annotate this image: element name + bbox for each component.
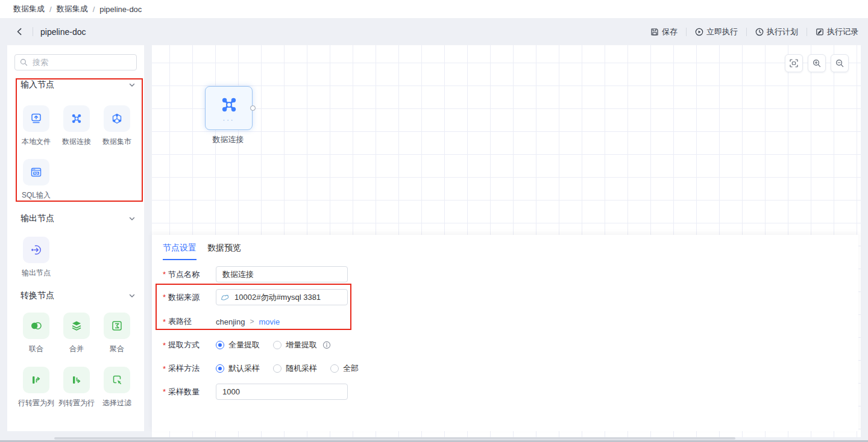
breadcrumb-separator: / xyxy=(49,5,52,14)
svg-text:SQL: SQL xyxy=(34,172,39,175)
radio-incremental-extract[interactable]: 增量提取 xyxy=(273,340,331,350)
canvas-node-data-connection[interactable]: ··· xyxy=(205,86,253,130)
palette-item-data-mart[interactable]: 数据集市 xyxy=(104,105,130,147)
radio-unselected-icon xyxy=(273,364,281,373)
palette-item-label: 合并 xyxy=(69,344,84,354)
zoom-in-icon xyxy=(813,59,821,67)
column-to-row-icon xyxy=(63,367,90,393)
header-separator xyxy=(686,28,687,36)
back-button[interactable] xyxy=(13,26,25,38)
palette-item-label: 联合 xyxy=(29,344,43,354)
node-name-input[interactable] xyxy=(216,266,348,282)
palette-item-sql-input[interactable]: SQL SQL输入 xyxy=(23,159,49,201)
save-icon xyxy=(650,28,659,36)
transform-nodes-row-2: 行转置为列 列转置为行 选择过滤 xyxy=(23,367,130,408)
radio-default-sampling[interactable]: 默认采样 xyxy=(216,363,260,374)
radio-random-sampling[interactable]: 随机采样 xyxy=(273,363,317,374)
row-to-column-icon xyxy=(23,367,49,393)
breadcrumb-item[interactable]: 数据集成 xyxy=(57,4,88,14)
required-mark: * xyxy=(163,341,166,350)
node-more-button[interactable]: ··· xyxy=(223,117,235,122)
node-palette-sidebar: 输入节点 本地文件 数据连接 数据集市 SQL xyxy=(7,45,144,431)
horizontal-scrollbar[interactable] xyxy=(54,437,735,440)
info-icon[interactable] xyxy=(322,341,331,349)
breadcrumb-separator: / xyxy=(93,5,95,14)
canvas-node-label: 数据连接 xyxy=(205,134,251,145)
palette-item-output-node[interactable]: 输出节点 xyxy=(23,237,49,278)
transform-nodes-row-1: 联合 合并 聚合 xyxy=(23,313,130,354)
execution-log-label: 执行记录 xyxy=(827,26,858,37)
required-mark: * xyxy=(163,293,166,302)
field-label: *表路径 xyxy=(163,316,216,327)
palette-item-label: 选择过滤 xyxy=(102,398,131,408)
data-connection-icon xyxy=(63,105,90,132)
required-mark: * xyxy=(163,387,166,396)
search-icon xyxy=(20,58,28,66)
field-label: *数据来源 xyxy=(163,292,216,303)
required-mark: * xyxy=(163,364,166,373)
palette-item-merge[interactable]: 合并 xyxy=(63,313,90,354)
page-header: pipeline-doc 保存 立即执行 执行计划 执行记录 xyxy=(0,18,868,45)
section-header-input-nodes[interactable]: 输入节点 xyxy=(20,79,136,90)
form-row-node-name: *节点名称 xyxy=(163,266,348,282)
fit-view-button[interactable] xyxy=(785,54,803,72)
radio-unselected-icon xyxy=(273,341,281,349)
table-path-value: chenjing > movie xyxy=(216,317,280,326)
palette-item-label: 行转置为列 xyxy=(18,398,54,408)
search-input[interactable] xyxy=(31,57,131,67)
radio-selected-icon xyxy=(216,341,224,349)
data-source-input[interactable] xyxy=(216,289,348,305)
sample-count-input[interactable] xyxy=(216,384,348,400)
breadcrumb: 数据集成 / 数据集成 / pipeline-doc xyxy=(0,0,868,18)
palette-item-aggregate[interactable]: 聚合 xyxy=(104,313,130,354)
header-separator xyxy=(746,28,747,36)
sql-input-icon: SQL xyxy=(23,159,49,185)
form-row-sample-count: *采样数量 xyxy=(163,384,348,400)
palette-item-label: 本地文件 xyxy=(22,137,51,147)
save-button[interactable]: 保存 xyxy=(650,26,678,37)
tab-data-preview[interactable]: 数据预览 xyxy=(207,243,241,260)
section-header-transform-nodes[interactable]: 转换节点 xyxy=(20,290,136,301)
breadcrumb-item[interactable]: 数据集成 xyxy=(13,4,45,14)
palette-item-data-connection[interactable]: 数据连接 xyxy=(63,105,90,147)
schedule-button[interactable]: 执行计划 xyxy=(755,26,798,37)
data-connection-node-icon xyxy=(219,95,239,115)
palette-item-label: 输出节点 xyxy=(22,268,51,278)
field-label: *采样方法 xyxy=(163,363,216,374)
palette-item-label: 列转置为行 xyxy=(58,398,95,408)
palette-item-local-file[interactable]: 本地文件 xyxy=(23,105,49,147)
execution-log-icon xyxy=(816,28,824,36)
palette-item-union[interactable]: 联合 xyxy=(23,313,49,354)
radio-all[interactable]: 全部 xyxy=(330,363,359,374)
table-path-table-link[interactable]: movie xyxy=(259,317,280,326)
table-path-database: chenjing xyxy=(216,317,245,326)
form-row-sample-method: *采样方法 默认采样 随机采样 全部 xyxy=(163,363,359,375)
form-row-data-source: *数据来源 xyxy=(163,289,348,305)
input-nodes-row-2: SQL SQL输入 xyxy=(23,159,49,201)
sample-method-radio-group: 默认采样 随机采样 全部 xyxy=(216,363,359,374)
section-header-output-nodes[interactable]: 输出节点 xyxy=(20,213,136,224)
radio-full-extract[interactable]: 全量提取 xyxy=(216,340,260,350)
palette-search[interactable] xyxy=(14,54,137,70)
header-separator xyxy=(807,28,807,36)
palette-item-select-filter[interactable]: 选择过滤 xyxy=(104,367,130,408)
data-source-select[interactable] xyxy=(216,289,348,305)
execution-log-button[interactable]: 执行记录 xyxy=(816,26,858,37)
form-row-extract-mode: *提取方式 全量提取 增量提取 xyxy=(163,339,331,351)
canvas-controls xyxy=(785,54,849,72)
chevron-down-icon xyxy=(128,215,136,222)
tab-node-settings[interactable]: 节点设置 xyxy=(163,243,197,260)
run-now-button[interactable]: 立即执行 xyxy=(695,26,738,37)
node-output-port[interactable] xyxy=(250,105,256,111)
palette-item-column-to-row[interactable]: 列转置为行 xyxy=(63,367,90,408)
header-actions: 保存 立即执行 执行计划 执行记录 xyxy=(650,26,858,37)
zoom-out-button[interactable] xyxy=(831,54,849,72)
merge-icon xyxy=(63,313,90,339)
palette-item-label: 数据连接 xyxy=(62,137,91,147)
field-label: *采样数量 xyxy=(163,387,216,397)
palette-item-row-to-column[interactable]: 行转置为列 xyxy=(23,367,49,408)
clock-icon xyxy=(755,28,764,36)
field-label: *节点名称 xyxy=(163,269,216,280)
zoom-in-button[interactable] xyxy=(808,54,826,72)
palette-item-label: 数据集市 xyxy=(102,137,131,147)
